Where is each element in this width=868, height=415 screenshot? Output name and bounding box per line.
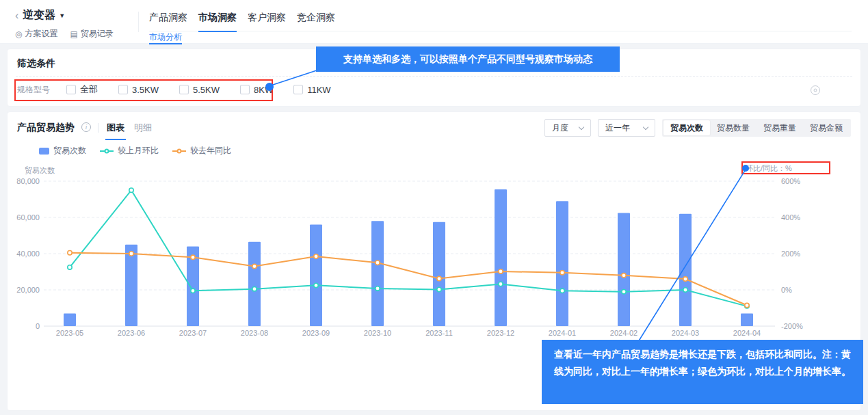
trade-records-label: 贸易记录 (81, 28, 114, 40)
gear-icon[interactable] (811, 85, 820, 95)
chart-legend: 贸易次数 较上月环比 较去年同比 (39, 145, 231, 157)
header-divider (138, 12, 139, 32)
checkbox-box[interactable] (240, 85, 250, 94)
head-divider (98, 123, 98, 133)
document-icon: ▤ (70, 30, 77, 38)
checkbox-box[interactable] (179, 85, 189, 94)
top-bar: ‹ 逆变器 ▼ ◎ 方案设置 ▤ 贸易记录 产品洞察 市场洞察 (0, 0, 868, 44)
product-selector[interactable]: 逆变器 ▼ (23, 8, 65, 23)
checkbox-label: 3.5KW (132, 85, 159, 95)
checkbox-box[interactable] (66, 85, 76, 94)
back-icon[interactable]: ‹ (15, 10, 18, 21)
legend-item-yoy[interactable]: 较去年同比 (172, 145, 231, 157)
trend-annotation-callout: 查看近一年内产品贸易趋势是增长还是下跌，包括环比和同比。注：黄线为同比，对比上一… (542, 340, 863, 404)
spec-filter-row: 规格型号 全部 3.5KW 5.5KW 8KW 11KW (17, 83, 331, 96)
checkbox-box[interactable] (118, 85, 128, 94)
legend-label: 贸易次数 (53, 145, 86, 157)
metric-button-trade-amount[interactable]: 贸易金额 (803, 120, 850, 135)
subtab-market-analysis[interactable]: 市场分析 (149, 32, 182, 44)
filter-annotation-callout: 支持单选和多选，可以按照单个产品不同型号观察市场动态 (316, 46, 620, 72)
annotation-dot-filter (265, 83, 274, 91)
range-select[interactable]: 近一年 (598, 119, 655, 137)
checkbox-5-5kw[interactable]: 5.5KW (179, 83, 220, 96)
tab-customer-insight[interactable]: 客户洞察 (248, 12, 286, 32)
checkbox-label: 11KW (307, 85, 330, 95)
filter-separator (16, 76, 852, 77)
checkbox-label: 5.5KW (193, 85, 220, 95)
filter-title: 筛选条件 (17, 57, 55, 70)
line-swatch (172, 150, 186, 152)
range-select-value: 近一年 (605, 122, 630, 134)
trend-controls: 月度 近一年 贸易次数 贸易数量 贸易重量 贸易金额 (544, 119, 851, 137)
line-swatch (100, 150, 114, 152)
main-tabs: 产品洞察 市场洞察 客户洞察 竞企洞察 (149, 12, 335, 32)
product-title: 逆变器 (23, 8, 55, 23)
tab-market-insight[interactable]: 市场洞察 (198, 12, 237, 32)
legend-item-trade-count[interactable]: 贸易次数 (39, 145, 86, 157)
chevron-down-icon (579, 124, 584, 129)
metric-button-trade-weight[interactable]: 贸易重量 (757, 120, 803, 135)
trade-records-link[interactable]: ▤ 贸易记录 (70, 28, 113, 40)
checkbox-11kw[interactable]: 11KW (293, 83, 330, 96)
spec-row-label: 规格型号 (17, 84, 61, 96)
legend-label: 较去年同比 (190, 145, 231, 157)
tab-product-insight[interactable]: 产品洞察 (149, 12, 187, 32)
checkbox-box[interactable] (293, 85, 303, 94)
checkbox-3-5kw[interactable]: 3.5KW (118, 83, 159, 96)
chevron-down-icon (643, 124, 648, 129)
caret-down-icon: ▼ (59, 12, 65, 19)
period-select-value: 月度 (552, 122, 568, 134)
checkbox-all[interactable]: 全部 (66, 83, 98, 96)
scheme-settings-label: 方案设置 (25, 28, 57, 40)
tab-competitor-insight[interactable]: 竞企洞察 (297, 12, 335, 32)
view-tab-detail[interactable]: 明细 (133, 122, 153, 140)
metric-button-trade-count[interactable]: 贸易次数 (663, 120, 710, 135)
metric-button-trade-quantity[interactable]: 贸易数量 (710, 120, 757, 135)
legend-item-mom[interactable]: 较上月环比 (100, 145, 159, 157)
metric-button-group: 贸易次数 贸易数量 贸易重量 贸易金额 (662, 119, 851, 137)
target-icon: ◎ (15, 30, 22, 38)
view-tab-chart[interactable]: 图表 (105, 122, 126, 140)
trend-title: 产品贸易趋势 (17, 122, 75, 134)
bar-swatch (39, 148, 49, 155)
period-select[interactable]: 月度 (544, 119, 591, 137)
info-icon[interactable]: i (81, 122, 91, 132)
annotation-dot-axis (742, 165, 749, 172)
checkbox-label: 全部 (80, 83, 98, 96)
scheme-settings-link[interactable]: ◎ 方案设置 (15, 28, 57, 40)
app-window: ‹ 逆变器 ▼ ◎ 方案设置 ▤ 贸易记录 产品洞察 市场洞察 (0, 0, 868, 415)
legend-label: 较上月环比 (118, 145, 159, 157)
product-header: ‹ 逆变器 ▼ ◎ 方案设置 ▤ 贸易记录 (15, 8, 114, 40)
